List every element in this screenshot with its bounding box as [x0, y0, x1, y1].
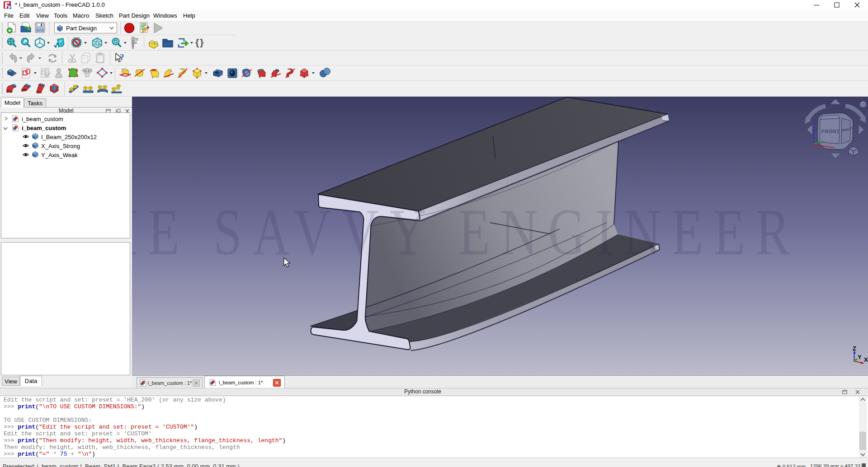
svg-text:FRONT: FRONT	[821, 129, 840, 134]
svg-text:?: ?	[120, 52, 124, 62]
svg-text:Y: Y	[858, 354, 862, 360]
svg-text:X: X	[864, 356, 868, 363]
svg-text:Z: Z	[853, 345, 856, 352]
svg-text:THE SAVVY ENGINEER: THE SAVVY ENGINEER	[132, 196, 801, 269]
